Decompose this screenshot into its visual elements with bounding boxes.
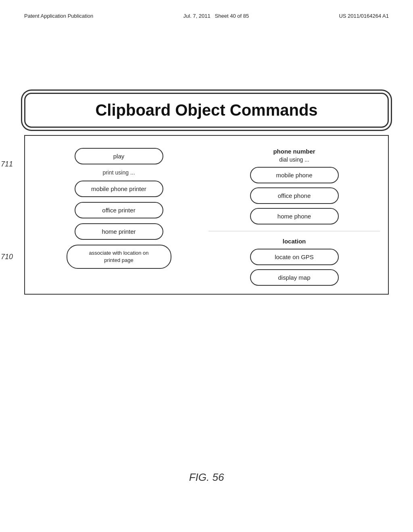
office-printer-button[interactable]: office printer — [75, 202, 163, 218]
play-button[interactable]: play — [75, 148, 163, 164]
header-left: Patent Application Publication — [24, 13, 93, 19]
page-header: Patent Application Publication Jul. 7, 2… — [24, 13, 389, 19]
label-710: 710 — [1, 253, 13, 261]
display-map-button[interactable]: display map — [250, 269, 339, 286]
dial-using-label: dial using ... — [279, 156, 309, 163]
phone-number-label: phone number — [273, 148, 315, 155]
content-panel: 711 710 play print using ... mobile phon… — [24, 135, 389, 295]
diagram-area: Clipboard Object Commands 711 710 play p… — [24, 93, 389, 295]
header-center: Jul. 7, 2011 Sheet 40 of 85 — [184, 13, 249, 19]
fig-caption: FIG. 56 — [0, 471, 413, 484]
title-text: Clipboard Object Commands — [95, 101, 317, 119]
title-box: Clipboard Object Commands — [24, 93, 389, 128]
print-label: print using ... — [102, 169, 135, 176]
right-column: phone number dial using ... mobile phone… — [209, 144, 380, 286]
locate-on-gps-button[interactable]: locate on GPS — [250, 249, 339, 265]
left-column: play print using ... mobile phone printe… — [33, 144, 204, 286]
associate-button[interactable]: associate with location onprinted page — [67, 245, 171, 269]
home-phone-button[interactable]: home phone — [250, 208, 339, 224]
mobile-phone-printer-button[interactable]: mobile phone printer — [75, 181, 163, 197]
header-right: US 2011/0164264 A1 — [339, 13, 389, 19]
divider — [209, 231, 380, 231]
mobile-phone-button[interactable]: mobile phone — [250, 167, 339, 183]
label-711: 711 — [1, 160, 13, 168]
home-printer-button[interactable]: home printer — [75, 223, 163, 240]
location-label: location — [283, 238, 306, 245]
office-phone-button[interactable]: office phone — [250, 187, 339, 204]
